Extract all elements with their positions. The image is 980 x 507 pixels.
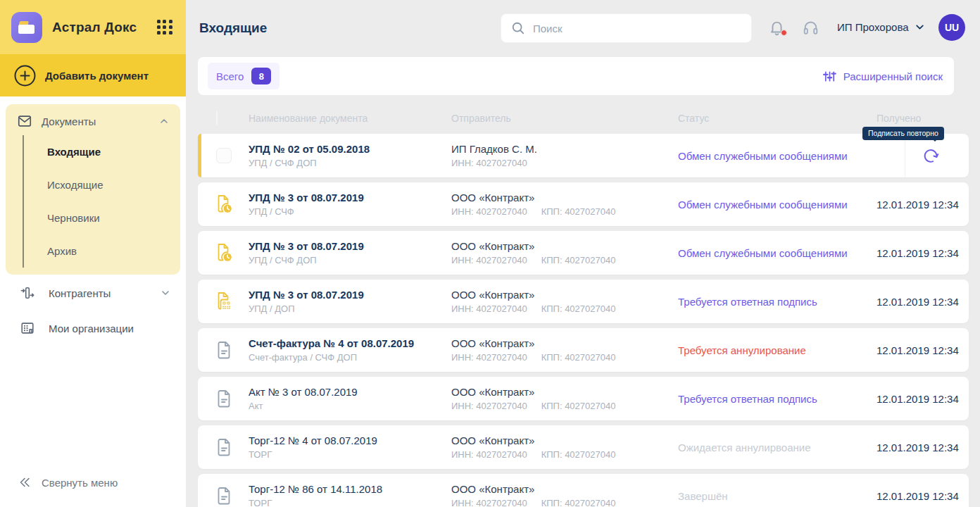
sender-kpp: КПП: 4027027040 [541,303,616,314]
received-date: 12.01.2019 12:34 [877,344,969,356]
chevron-down-icon [161,288,170,298]
sender-details: ИНН: 4027027040КПП: 4027027040 [451,401,678,411]
sender-inn: ИНН: 4027027040 [451,303,527,314]
document-subtitle: Акт [249,401,451,411]
search-box[interactable] [501,13,752,43]
search-input[interactable] [533,23,741,35]
add-document-button[interactable]: Добавить документ [0,54,186,96]
table-row[interactable]: Торг-12 № 86 от 14.11.2018ТОРГООО «Контр… [198,474,969,507]
list-toolbar: Всего 8 Расширенный поиск [198,57,954,95]
table-row[interactable]: УПД № 3 от 08.07.2019УПД / СЧФООО «Контр… [198,182,969,226]
received-date: 12.01.2019 12:34 [877,199,969,211]
document-title: УПД № 02 от 05.09.2018 [249,143,451,155]
received-date: 12.01.2019 12:34 [877,393,969,405]
page-title: Входящие [199,20,267,36]
notifications-button[interactable] [768,19,786,37]
document-subtitle: УПД / СЧФ [249,206,451,217]
received-date: 12.01.2019 12:34 [877,442,969,453]
select-all-checkbox[interactable] [216,111,218,125]
table-row[interactable]: УПД № 3 от 08.07.2019УПД / ДОПООО «Контр… [198,280,969,323]
status-text: Требуется аннулирование [678,344,877,356]
sender-inn: ИНН: 4027027040 [451,401,527,411]
status-text: Ожидается аннулирвоание [678,442,877,453]
table-row[interactable]: УПД № 02 от 05.09.2018УПД / СЧФ ДОПИП Гл… [198,134,969,177]
table-row[interactable]: Акт № 3 от 08.07.2019АктООО «Контракт»ИН… [198,377,969,420]
sender-inn: ИНН: 4027027040 [451,498,527,507]
document-title: Акт № 3 от 08.07.2019 [249,386,451,398]
status-text: Завершён [678,490,877,502]
received-date: 12.01.2019 12:34 [877,490,969,502]
document-qr-icon [216,292,234,311]
organizations-icon [20,320,35,336]
sidebar-item-documents[interactable]: Документы [17,111,169,131]
sidebar-item-folder[interactable]: Черновики [47,201,169,234]
plus-circle-icon [14,65,36,87]
documents-subitems: ВходящиеИсходящиеЧерновикиАрхив [23,135,169,268]
sender-name: ООО «Контракт» [451,192,678,204]
sender-kpp: КПП: 4027027040 [541,498,616,507]
total-label: Всего [216,70,244,82]
table-row[interactable]: Счет-фактура № 4 от 08.07.2019Счет-факту… [198,328,969,372]
sign-again-tooltip: Подписать повторно [862,127,944,140]
document-subtitle: УПД / СЧФ ДОП [249,158,451,168]
document-icon [216,487,232,506]
sender-inn: ИНН: 4027027040 [451,158,527,168]
document-pending-icon [216,194,234,214]
document-title: Торг-12 № 4 от 08.07.2019 [249,434,451,446]
document-list: УПД № 02 от 05.09.2018УПД / СЧФ ДОПИП Гл… [198,134,969,507]
document-subtitle: Счет-фактура / СЧФ ДОП [249,352,451,363]
sidebar-item-label: Документы [42,115,159,127]
envelope-icon [17,113,32,129]
headset-icon [802,19,819,37]
document-icon [216,341,232,360]
apps-grid-icon[interactable] [156,19,173,36]
user-menu[interactable]: ИП Прохорова [837,21,925,33]
table-header: Наименование документа Отправитель Стату… [198,106,969,131]
sender-details: ИНН: 4027027040КПП: 4027027040 [451,255,678,265]
chevron-up-icon [159,116,169,126]
collapse-menu-button[interactable]: Свернуть меню [17,475,118,490]
support-button[interactable] [802,19,820,37]
sender-name: ООО «Контракт» [451,289,678,301]
sender-kpp: КПП: 4027027040 [541,206,616,217]
table-row[interactable]: УПД № 3 от 08.07.2019УПД / СЧФ ДОПООО «К… [198,231,969,275]
status-text: Обмен служебными сообщениями [678,199,877,211]
app-logo-icon [11,12,42,43]
sender-kpp: КПП: 4027027040 [541,401,616,411]
sidebar-item-counterparties[interactable]: Контрагенты [0,276,186,310]
sign-again-button[interactable] [921,146,941,165]
received-date: 12.01.2019 12:34 [877,296,969,308]
sidebar-item-folder[interactable]: Исходящие [47,168,169,201]
document-title: УПД № 3 от 08.07.2019 [249,192,451,204]
notification-badge [781,30,787,36]
sidebar-item-folder[interactable]: Архив [47,234,169,268]
column-header-received: Получено [877,113,969,124]
chevron-down-icon [915,22,925,32]
row-checkbox[interactable] [216,148,232,163]
sender-name: ООО «Контракт» [451,386,678,398]
sender-name: ИП Гладков С. М. [451,143,678,155]
sender-details: ИНН: 4027027040КПП: 4027027040 [451,303,678,314]
tab-total[interactable]: Всего 8 [208,63,279,89]
document-icon [216,438,232,457]
documents-group: Документы ВходящиеИсходящиеЧерновикиАрхи… [6,104,180,275]
status-text: Обмен служебными сообщениями [678,150,877,162]
sender-inn: ИНН: 4027027040 [451,352,527,363]
sidebar-item-organizations[interactable]: Мои организации [0,311,186,345]
advanced-search-button[interactable]: Расширенный поиск [822,69,943,84]
document-subtitle: ТОРГ [249,498,451,507]
sidebar-item-label: Контрагенты [49,287,161,299]
status-text: Требуется ответная подпись [678,393,877,405]
column-header-sender: Отправитель [451,113,678,124]
search-icon [511,21,525,35]
table-row[interactable]: Торг-12 № 4 от 08.07.2019ТОРГООО «Контра… [198,425,969,469]
avatar[interactable]: UU [938,14,965,41]
sender-kpp: КПП: 4027027040 [541,449,616,460]
filters-icon [822,69,837,84]
sender-inn: ИНН: 4027027040 [451,449,527,460]
sender-inn: ИНН: 4027027040 [451,206,527,217]
status-text: Требуется ответная подпись [678,296,877,308]
add-document-label: Добавить документ [45,70,149,82]
app-title: Астрал Докс [52,20,156,35]
sidebar-item-active[interactable]: Входящие [47,135,169,168]
